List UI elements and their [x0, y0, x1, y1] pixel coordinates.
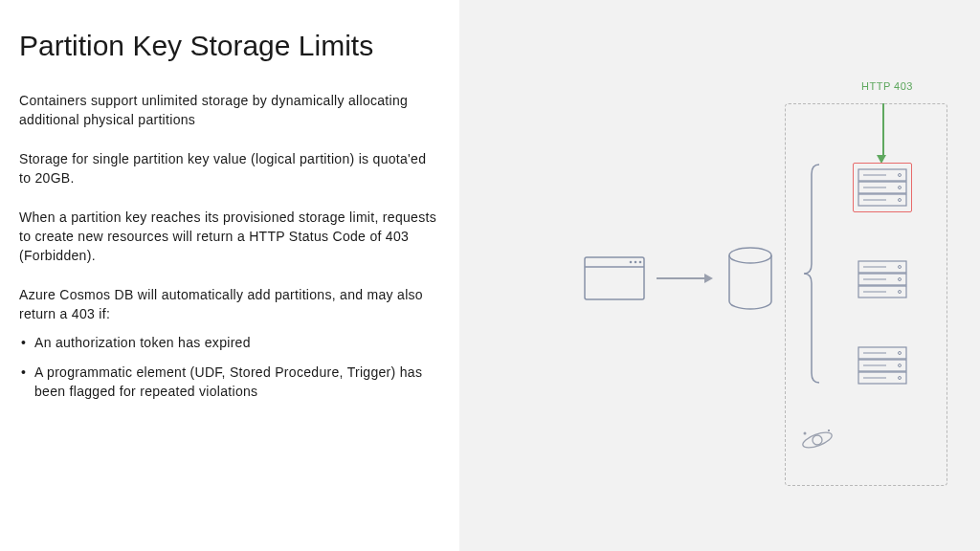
server-icon-2 — [858, 260, 907, 298]
svg-point-4 — [639, 261, 642, 264]
svg-point-31 — [899, 364, 902, 367]
bullet-2: A programmatic element (UDF, Stored Proc… — [21, 363, 440, 402]
svg-point-3 — [635, 261, 637, 264]
diagram-panel: HTTP 403 — [459, 0, 980, 551]
svg-point-14 — [899, 199, 902, 202]
paragraph-3: When a partition key reaches its provisi… — [19, 209, 440, 265]
svg-point-12 — [899, 174, 902, 177]
cosmos-db-icon — [800, 425, 835, 455]
browser-window-icon — [584, 256, 645, 300]
svg-rect-0 — [585, 257, 644, 299]
database-cylinder-icon — [727, 247, 773, 310]
svg-point-22 — [899, 278, 902, 281]
request-arrow-icon — [657, 277, 704, 279]
server-icon-1 — [858, 168, 907, 207]
paragraph-1: Containers support unlimited storage by … — [19, 92, 440, 129]
svg-point-23 — [899, 291, 902, 294]
server-icon-3 — [858, 346, 907, 385]
svg-point-35 — [804, 432, 807, 435]
svg-point-2 — [630, 261, 633, 264]
svg-point-30 — [899, 352, 902, 355]
svg-point-21 — [899, 266, 902, 269]
svg-point-32 — [899, 377, 902, 380]
http-403-label: HTTP 403 — [861, 80, 913, 92]
svg-point-34 — [813, 435, 822, 445]
bullet-1: An authorization token has expired — [21, 333, 440, 352]
slide-title: Partition Key Storage Limits — [19, 29, 440, 63]
bracket-icon — [802, 163, 821, 385]
paragraph-4: Azure Cosmos DB will automatically add p… — [19, 286, 440, 323]
svg-point-5 — [729, 248, 771, 263]
svg-point-13 — [899, 187, 902, 189]
paragraph-2: Storage for single partition key value (… — [19, 150, 440, 187]
bullet-list: An authorization token has expired A pro… — [19, 333, 440, 401]
text-panel: Partition Key Storage Limits Containers … — [0, 0, 459, 551]
